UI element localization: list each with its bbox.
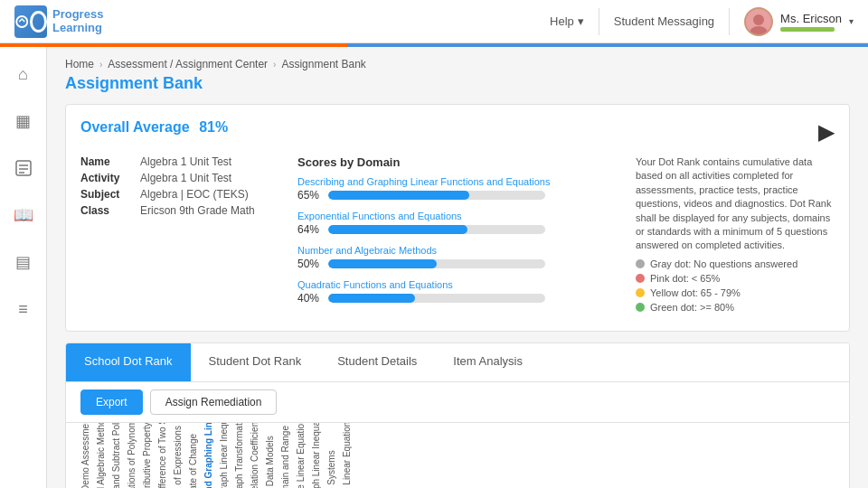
score-bar-bg xyxy=(328,294,545,303)
legend-label: Pink dot: < 65% xyxy=(650,273,720,284)
overall-average-card: Overall Average 81% ▶ Name Algebra 1 Uni… xyxy=(65,104,850,332)
score-pct: 65% xyxy=(297,189,323,202)
score-row: 40% xyxy=(297,292,618,305)
tab-student-details[interactable]: Student Details xyxy=(319,343,435,381)
export-button[interactable]: Export xyxy=(80,389,143,415)
rotated-header: - Demo Assessment xyxy=(80,425,90,488)
rotated-header: ve Linear Equations xyxy=(342,425,352,488)
help-label: Help xyxy=(550,14,574,28)
user-progress-bar xyxy=(780,27,835,32)
nav-divider-2 xyxy=(729,8,730,35)
name-label: Name xyxy=(80,155,135,168)
score-bar-fill xyxy=(328,191,469,200)
overall-title: Overall Average 81% xyxy=(80,119,228,136)
score-row: 64% xyxy=(297,223,618,236)
rotated-header: ite Systems xyxy=(326,425,336,488)
overall-label: Overall Average xyxy=(80,119,190,135)
tab-item-analysis[interactable]: Item Analysis xyxy=(435,343,541,381)
student-messaging-button[interactable]: Student Messaging xyxy=(614,14,714,28)
subject-value: Algebra | EOC (TEKS) xyxy=(140,188,249,201)
activity-value: Algebra 1 Unit Test xyxy=(140,172,231,184)
legend-section: Your Dot Rank contains cumulative data b… xyxy=(636,155,835,316)
layout: ⌂ ▦ 📖 ▤ ≡ Home › Assessment / Assignment… xyxy=(0,47,868,488)
breadcrumb-assessment[interactable]: Assessment / Assignment Center xyxy=(108,58,268,70)
main-content: Home › Assessment / Assignment Center › … xyxy=(47,47,868,488)
class-label: Class xyxy=(80,204,135,217)
legend-item: Green dot: >= 80% xyxy=(636,302,835,313)
rotated-header: graph Transformations xyxy=(234,425,244,488)
breadcrumb-home[interactable]: Home xyxy=(65,58,94,70)
user-name: Ms. Ericson xyxy=(780,12,842,25)
rotated-header: rrelation Coefficient xyxy=(250,425,259,488)
legend-label: Yellow dot: 65 - 79% xyxy=(650,287,741,298)
rotated-header: raph Linear Inequalities xyxy=(311,425,321,488)
score-bar-bg xyxy=(328,259,545,268)
score-row: 50% xyxy=(297,258,618,270)
sidebar-grid-icon[interactable]: ▦ xyxy=(7,105,40,137)
tabs-card: School Dot RankStudent Dot RankStudent D… xyxy=(65,343,850,488)
nav-left: Progress Learning xyxy=(14,5,103,38)
breadcrumb: Home › Assessment / Assignment Center › … xyxy=(65,58,850,70)
rotated-header: ar Data Models xyxy=(265,425,275,488)
sidebar: ⌂ ▦ 📖 ▤ ≡ xyxy=(0,47,47,488)
score-pct: 50% xyxy=(297,258,323,270)
page-title: Assignment Bank xyxy=(65,74,850,93)
score-item: Quadratic Functions and Equations 40% xyxy=(297,279,618,305)
rotated-header: Difference of Two Squares xyxy=(157,425,167,488)
tab-actions: Export Assign Remediation xyxy=(66,382,849,423)
scores-section: Scores by Domain Describing and Graphing… xyxy=(297,155,618,316)
top-navigation: Progress Learning Help ▾ Student Messagi… xyxy=(0,0,868,43)
legend-item: Gray dot: No questions answered xyxy=(636,258,835,269)
logo-text: Progress Learning xyxy=(52,8,103,34)
score-item: Describing and Graphing Linear Functions… xyxy=(297,176,618,202)
user-chevron-icon: ▾ xyxy=(849,16,854,26)
play-button[interactable]: ▶ xyxy=(818,119,835,145)
score-label[interactable]: Number and Algebraic Methods xyxy=(297,245,618,256)
sidebar-home-icon[interactable]: ⌂ xyxy=(7,58,40,90)
legend-label: Green dot: >= 80% xyxy=(650,302,734,313)
score-bar-fill xyxy=(328,294,415,303)
logo-progress: Progress xyxy=(52,8,103,21)
logo[interactable]: Progress Learning xyxy=(14,5,103,38)
tab-school-dot-rank[interactable]: School Dot Rank xyxy=(66,343,191,381)
nav-right: Help ▾ Student Messaging Ms. Ericson ▾ xyxy=(550,7,854,36)
svg-point-1 xyxy=(753,14,764,25)
user-menu[interactable]: Ms. Ericson ▾ xyxy=(744,7,854,36)
score-bar-fill xyxy=(328,225,467,234)
help-button[interactable]: Help ▾ xyxy=(550,14,584,28)
legend-dot xyxy=(636,259,645,268)
assign-remediation-button[interactable]: Assign Remediation xyxy=(150,389,278,415)
sidebar-menu-icon[interactable]: ≡ xyxy=(7,293,40,325)
score-pct: 64% xyxy=(297,223,323,236)
sidebar-report-icon[interactable] xyxy=(7,152,40,184)
rotated-header: istributive Property xyxy=(142,425,152,488)
score-row: 65% xyxy=(297,189,618,202)
score-label[interactable]: Describing and Graphing Linear Functions… xyxy=(297,176,618,187)
rotated-header: d and Subtract Polynomials xyxy=(111,425,121,488)
score-label[interactable]: Quadratic Functions and Equations xyxy=(297,279,618,290)
score-label[interactable]: Exponential Functions and Equations xyxy=(297,211,618,221)
legend-item: Pink dot: < 65% xyxy=(636,273,835,284)
user-name-wrap: Ms. Ericson xyxy=(780,12,842,32)
avatar xyxy=(744,7,773,36)
score-bar-bg xyxy=(328,191,545,200)
sidebar-list-icon[interactable]: ▤ xyxy=(7,246,40,278)
tab-student-dot-rank[interactable]: Student Dot Rank xyxy=(191,343,320,381)
score-bar-bg xyxy=(328,225,545,234)
rotated-header: nd Algebraic Methods xyxy=(96,425,106,488)
help-chevron-icon: ▾ xyxy=(578,14,584,28)
overall-header: Overall Average 81% ▶ xyxy=(80,119,835,145)
info-class: Class Ericson 9th Grade Math xyxy=(80,204,279,217)
logo-icon xyxy=(14,5,47,38)
overall-average: 81% xyxy=(199,119,228,135)
info-activity: Activity Algebra 1 Unit Test xyxy=(80,172,279,184)
breadcrumb-chevron-2: › xyxy=(273,60,276,70)
sidebar-book-icon[interactable]: 📖 xyxy=(7,199,40,231)
info-subject: Subject Algebra | EOC (TEKS) xyxy=(80,188,279,201)
legend-dot xyxy=(636,303,645,312)
logo-learning: Learning xyxy=(52,22,103,34)
score-pct: 40% xyxy=(297,292,323,305)
breadcrumb-current: Assignment Bank xyxy=(281,58,365,70)
score-item: Number and Algebraic Methods 50% xyxy=(297,245,618,270)
class-value: Ericson 9th Grade Math xyxy=(140,204,255,217)
